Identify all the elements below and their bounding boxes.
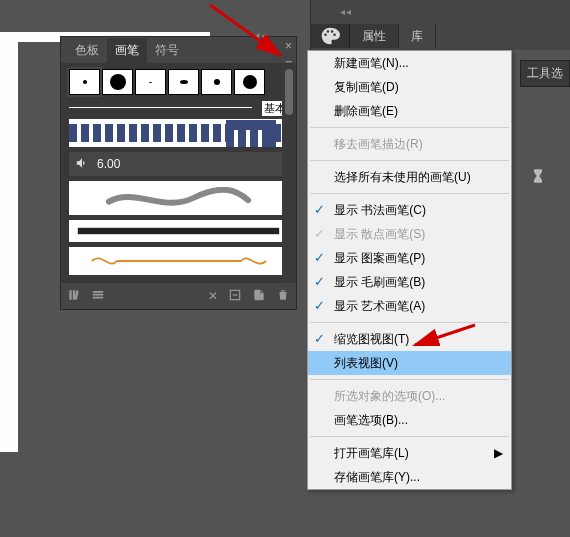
menu-remove-stroke: 移去画笔描边(R) (308, 132, 511, 156)
brush-panel-menu: 新建画笔(N)... 复制画笔(D) 删除画笔(E) 移去画笔描边(R) 选择所… (307, 50, 512, 490)
audio-value: 6.00 (97, 157, 120, 171)
tab-swatches[interactable]: 色板 (67, 38, 107, 63)
brush-stroke-wave[interactable] (69, 181, 288, 215)
scrollbar-thumb[interactable] (285, 69, 293, 115)
menu-duplicate-brush[interactable]: 复制画笔(D) (308, 75, 511, 99)
menu-show-scatter: ✓显示 散点画笔(S) (308, 222, 511, 246)
menu-show-bristle[interactable]: ✓显示 毛刷画笔(B) (308, 270, 511, 294)
check-icon: ✓ (314, 226, 325, 241)
tab-brushes[interactable]: 画笔 (107, 38, 147, 63)
menu-save-library[interactable]: 存储画笔库(Y)... (308, 465, 511, 489)
palette-icon[interactable] (310, 24, 350, 48)
brush-thumb[interactable] (69, 69, 100, 95)
brush-thumb[interactable] (201, 69, 232, 95)
panel-collapse-handle[interactable]: ◂◂ (254, 29, 268, 42)
menu-list-view[interactable]: 列表视图(V) (308, 351, 511, 375)
check-icon: ✓ (314, 250, 325, 265)
brushes-panel: ◂◂ × ≡ 色板 画笔 符号 基本 6.00 (60, 36, 297, 310)
brush-audio-row[interactable]: 6.00 (69, 152, 288, 176)
check-icon: ✓ (314, 331, 325, 346)
menu-thumbnail-view[interactable]: ✓缩览图视图(T) (308, 327, 511, 351)
menu-new-brush[interactable]: 新建画笔(N)... (308, 51, 511, 75)
remove-stroke-icon[interactable]: ✕ (208, 289, 218, 303)
brush-stroke-ribbon[interactable] (69, 247, 288, 275)
tool-options-button[interactable]: 工具选 (520, 60, 570, 87)
panel-scrollbar[interactable] (282, 63, 296, 283)
menu-select-unused[interactable]: 选择所有未使用的画笔(U) (308, 165, 511, 189)
section-divider (69, 107, 252, 108)
menu-show-art[interactable]: ✓显示 艺术画笔(A) (308, 294, 511, 318)
trash-icon[interactable] (276, 288, 290, 305)
menu-delete-brush[interactable]: 删除画笔(E) (308, 99, 511, 123)
brush-thumb[interactable] (168, 69, 199, 95)
check-icon: ✓ (314, 202, 325, 217)
library-menu-icon[interactable] (67, 288, 81, 305)
tab-attributes[interactable]: 属性 (350, 24, 399, 48)
submenu-arrow-icon: ▶ (494, 446, 503, 460)
menu-show-pattern[interactable]: ✓显示 图案画笔(P) (308, 246, 511, 270)
menu-open-library[interactable]: 打开画笔库(L)▶ (308, 441, 511, 465)
panel-drag-handle[interactable]: ◂◂ (340, 6, 352, 17)
tab-library[interactable]: 库 (399, 24, 436, 48)
options-icon[interactable] (228, 288, 242, 305)
brush-thumbnail-row (69, 69, 288, 95)
close-icon[interactable]: × (285, 39, 292, 53)
speaker-icon (75, 156, 89, 173)
check-icon: ✓ (314, 274, 325, 289)
check-icon: ✓ (314, 298, 325, 313)
hourglass-icon[interactable] (530, 168, 546, 187)
libraries-icon[interactable] (91, 288, 105, 305)
brush-thumb[interactable] (234, 69, 265, 95)
menu-selected-options: 所选对象的选项(O)... (308, 384, 511, 408)
menu-brush-options[interactable]: 画笔选项(B)... (308, 408, 511, 432)
brush-thumb[interactable] (135, 69, 166, 95)
brush-thumb[interactable] (102, 69, 133, 95)
tab-symbols[interactable]: 符号 (147, 38, 187, 63)
menu-show-calligraphic[interactable]: ✓显示 书法画笔(C) (308, 198, 511, 222)
new-brush-icon[interactable] (252, 288, 266, 305)
brush-stroke-charcoal[interactable] (69, 220, 288, 242)
brush-pattern-dashed[interactable] (69, 119, 288, 147)
